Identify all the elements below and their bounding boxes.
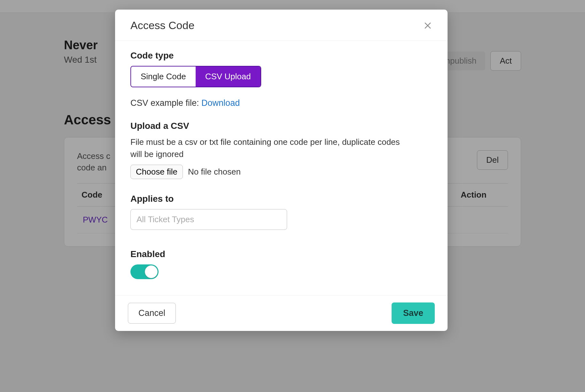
- choose-file-button[interactable]: Choose file: [130, 165, 183, 179]
- modal-body: Code type Single Code CSV Upload CSV exa…: [115, 41, 448, 295]
- enabled-toggle[interactable]: [130, 264, 159, 279]
- cancel-button[interactable]: Cancel: [128, 303, 176, 324]
- save-button[interactable]: Save: [392, 302, 435, 324]
- toggle-knob: [145, 265, 158, 278]
- close-icon[interactable]: [423, 21, 432, 30]
- upload-csv-label: Upload a CSV: [130, 121, 432, 131]
- seg-single-code[interactable]: Single Code: [131, 67, 196, 87]
- csv-example-row: CSV example file: Download: [130, 98, 432, 108]
- code-type-segmented: Single Code CSV Upload: [130, 66, 261, 87]
- csv-example-label: CSV example file:: [130, 98, 201, 108]
- enabled-label: Enabled: [130, 249, 432, 259]
- upload-description: File must be a csv or txt file containin…: [130, 136, 412, 160]
- seg-csv-upload[interactable]: CSV Upload: [196, 67, 261, 87]
- modal-footer: Cancel Save: [115, 295, 448, 331]
- file-status-text: No file chosen: [188, 167, 241, 177]
- applies-to-label: Applies to: [130, 194, 432, 204]
- modal-title: Access Code: [130, 19, 194, 32]
- modal-header: Access Code: [115, 10, 448, 41]
- csv-download-link[interactable]: Download: [201, 98, 240, 108]
- applies-to-input[interactable]: [130, 209, 287, 230]
- access-code-modal: Access Code Code type Single Code CSV Up…: [115, 10, 448, 331]
- code-type-label: Code type: [130, 51, 432, 61]
- file-input-row: Choose file No file chosen: [130, 165, 432, 179]
